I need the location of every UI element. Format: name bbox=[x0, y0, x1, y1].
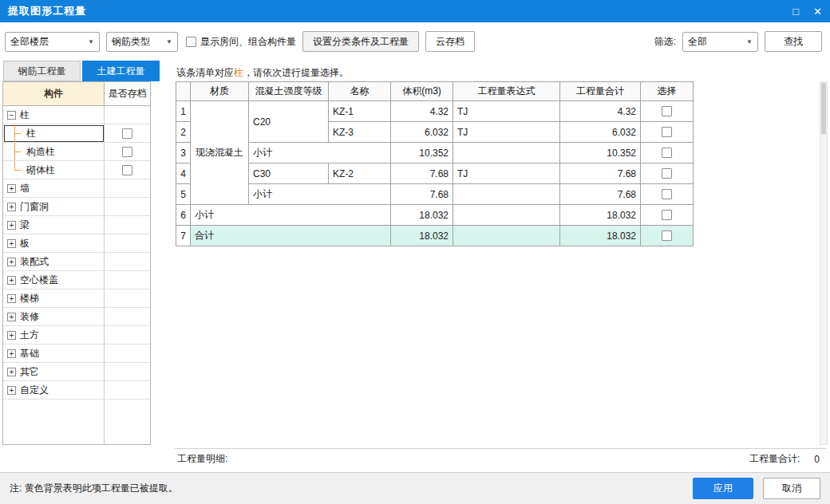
table-row-subtotal[interactable]: 3 小计 10.352 10.352 bbox=[176, 143, 694, 163]
select-checkbox[interactable] bbox=[662, 148, 672, 158]
select-checkbox[interactable] bbox=[662, 106, 672, 116]
tree-item-prefabricated[interactable]: + 装配式 bbox=[3, 253, 150, 271]
volume-cell: 6.032 bbox=[391, 122, 453, 143]
expand-icon[interactable]: + bbox=[7, 386, 16, 395]
close-icon[interactable]: ✕ bbox=[813, 6, 822, 17]
vertical-scrollbar[interactable] bbox=[820, 81, 828, 445]
table-row[interactable]: 4 C30 KZ-2 7.68 TJ 7.68 bbox=[176, 163, 694, 184]
cancel-button[interactable]: 取消 bbox=[763, 478, 820, 499]
rebar-type-select[interactable]: 钢筋类型 ▼ bbox=[106, 32, 178, 52]
tree-item-constructional-column[interactable]: 构造柱 bbox=[3, 143, 150, 161]
table-row-subtotal[interactable]: 5 小计 7.68 7.68 bbox=[176, 184, 694, 205]
expand-icon[interactable]: + bbox=[7, 221, 16, 230]
window-title: 提取图形工程量 bbox=[8, 4, 86, 18]
toolbar: 全部楼层 ▼ 钢筋类型 ▼ 显示房间、组合构件量 设置分类条件及工程量 云存档 … bbox=[0, 22, 830, 61]
row-number: 4 bbox=[176, 163, 191, 184]
status-row: 工程量明细: 工程量合计: 0 bbox=[175, 448, 826, 469]
expand-icon[interactable]: + bbox=[7, 184, 16, 193]
select-checkbox[interactable] bbox=[662, 127, 672, 137]
row-number: 7 bbox=[176, 226, 191, 246]
table-row-subtotal[interactable]: 6 小计 18.032 18.032 bbox=[176, 205, 694, 226]
tree-item-label: 土方 bbox=[20, 329, 39, 342]
table-row-grand-total[interactable]: 7 合计 18.032 18.032 bbox=[176, 226, 694, 246]
archive-checkbox[interactable] bbox=[122, 147, 132, 157]
expand-icon[interactable]: + bbox=[7, 258, 16, 266]
scrollbar-thumb[interactable] bbox=[821, 83, 826, 134]
total-cell: 7.68 bbox=[560, 184, 641, 205]
tree-item-masonry-column[interactable]: 砌体柱 bbox=[3, 161, 150, 179]
select-checkbox[interactable] bbox=[662, 189, 672, 199]
total-cell: 18.032 bbox=[560, 226, 641, 246]
expand-icon[interactable]: + bbox=[7, 349, 16, 358]
volume-cell: 7.68 bbox=[391, 163, 453, 184]
subtotal-label-cell: 小计 bbox=[249, 184, 391, 205]
tree-item-label: 梁 bbox=[20, 219, 30, 232]
grade-cell: C30 bbox=[249, 163, 329, 184]
row-number: 5 bbox=[176, 184, 191, 205]
tree-item-custom[interactable]: + 自定义 bbox=[3, 381, 150, 400]
filter-select[interactable]: 全部 ▼ bbox=[682, 32, 758, 52]
expand-icon[interactable]: + bbox=[7, 294, 16, 303]
extract-quantities-dialog: 提取图形工程量 □ ✕ 全部楼层 ▼ 钢筋类型 ▼ 显示房间、组合构件量 设置分… bbox=[0, 0, 830, 504]
expression-cell: TJ bbox=[453, 101, 560, 122]
expression-cell bbox=[453, 143, 560, 163]
tree-header: 构件 是否存档 bbox=[3, 82, 150, 106]
tree-item-door-window-opening[interactable]: + 门窗洞 bbox=[3, 198, 150, 216]
grand-total-label-cell: 合计 bbox=[191, 226, 391, 246]
tree-item-decoration[interactable]: + 装修 bbox=[3, 308, 150, 326]
archive-checkbox[interactable] bbox=[122, 128, 132, 139]
expression-cell bbox=[453, 184, 560, 205]
tree-item-foundation[interactable]: + 基础 bbox=[3, 345, 150, 363]
expand-icon[interactable]: + bbox=[7, 239, 16, 248]
tree-item-label: 墙 bbox=[20, 182, 30, 195]
cloud-archive-button[interactable]: 云存档 bbox=[425, 31, 475, 52]
tree-item-wall[interactable]: + 墙 bbox=[3, 179, 150, 198]
volume-cell: 18.032 bbox=[391, 205, 453, 226]
tree-connector bbox=[8, 161, 22, 179]
notice-suffix: ，请依次进行提量选择。 bbox=[243, 67, 349, 78]
expression-cell: TJ bbox=[453, 163, 560, 184]
col-name: 名称 bbox=[329, 82, 391, 101]
table-header-row: 材质 混凝土强度等级 名称 体积(m3) 工程量表达式 工程量合计 选择 bbox=[176, 82, 694, 101]
select-checkbox[interactable] bbox=[662, 168, 672, 179]
row-number: 3 bbox=[176, 143, 191, 163]
set-category-button[interactable]: 设置分类条件及工程量 bbox=[302, 31, 419, 52]
archive-checkbox[interactable] bbox=[122, 165, 132, 175]
tree-item-other[interactable]: + 其它 bbox=[3, 363, 150, 381]
tree-item-label: 板 bbox=[20, 237, 30, 250]
notice-prefix: 该条清单对应 bbox=[176, 67, 234, 78]
maximize-icon[interactable]: □ bbox=[792, 6, 799, 17]
expand-icon[interactable]: + bbox=[7, 313, 16, 321]
show-room-checkbox[interactable] bbox=[186, 37, 196, 47]
titlebar: 提取图形工程量 □ ✕ bbox=[0, 0, 830, 22]
quantity-table: 材质 混凝土强度等级 名称 体积(m3) 工程量表达式 工程量合计 选择 1 现… bbox=[176, 81, 694, 246]
expand-icon[interactable]: + bbox=[7, 331, 16, 340]
expand-icon[interactable]: + bbox=[7, 368, 16, 376]
expand-icon[interactable]: + bbox=[7, 276, 16, 285]
tree-item-column-parent[interactable]: − 柱 bbox=[3, 106, 150, 124]
tree-item-beam[interactable]: + 梁 bbox=[3, 216, 150, 234]
col-expression: 工程量表达式 bbox=[453, 82, 560, 101]
filter-label: 筛选: bbox=[654, 35, 676, 49]
select-checkbox[interactable] bbox=[662, 210, 672, 220]
tree-item-column[interactable]: 柱 bbox=[3, 124, 150, 143]
table-row[interactable]: 1 现浇混凝土 C20 KZ-1 4.32 TJ 4.32 bbox=[176, 101, 694, 122]
find-button[interactable]: 查找 bbox=[765, 31, 822, 52]
tree-item-slab[interactable]: + 板 bbox=[3, 234, 150, 253]
expression-cell: TJ bbox=[453, 122, 560, 143]
tree-item-earthwork[interactable]: + 土方 bbox=[3, 326, 150, 345]
collapse-icon[interactable]: − bbox=[7, 111, 16, 120]
notice-text: 该条清单对应柱，请依次进行提量选择。 bbox=[176, 66, 349, 80]
tree-item-stairs[interactable]: + 楼梯 bbox=[3, 289, 150, 308]
select-checkbox[interactable] bbox=[662, 230, 672, 241]
tree-item-label: 装修 bbox=[20, 310, 39, 324]
tree-item-hollow-floor[interactable]: + 空心楼盖 bbox=[3, 271, 150, 289]
tab-rebar-quantities[interactable]: 钢筋工程量 bbox=[3, 61, 81, 81]
apply-button[interactable]: 应用 bbox=[693, 478, 753, 499]
tree-header-archived: 是否存档 bbox=[105, 82, 150, 105]
tab-civil-quantities[interactable]: 土建工程量 bbox=[82, 61, 160, 81]
tree-item-label: 柱 bbox=[20, 108, 30, 122]
floor-select[interactable]: 全部楼层 ▼ bbox=[5, 32, 100, 52]
expand-icon[interactable]: + bbox=[7, 203, 16, 211]
volume-cell: 7.68 bbox=[391, 184, 453, 205]
